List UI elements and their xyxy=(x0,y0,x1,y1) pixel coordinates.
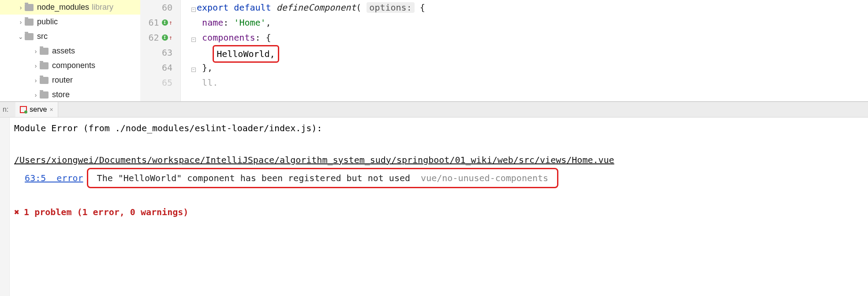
fold-icon[interactable]: − xyxy=(191,68,196,72)
inlay-hint: options: xyxy=(367,2,414,13)
vcs-marker-icon: I↑ xyxy=(162,30,172,45)
folder-icon xyxy=(25,4,34,11)
console-output[interactable]: Module Error (from ./node_modules/eslint… xyxy=(10,118,868,296)
error-highlight: HelloWorld, xyxy=(213,45,279,63)
code-editor[interactable]: 60 61 I↑ 62 I↑ 63 64 65 −export default … xyxy=(140,0,868,101)
console-file-link[interactable]: /Users/xiongwei/Documents/workspace/Inte… xyxy=(14,152,864,168)
gutter-line[interactable]: 62 I↑ xyxy=(140,30,180,45)
code-line[interactable]: − components: { xyxy=(181,30,868,45)
error-x-icon: ✖ xyxy=(14,207,19,217)
tree-item-label: src xyxy=(37,32,48,41)
fold-icon[interactable]: − xyxy=(191,38,196,42)
tree-item-label: router xyxy=(52,76,73,85)
code-line[interactable]: − }, xyxy=(181,60,868,75)
console-line xyxy=(14,136,864,152)
run-label: n: xyxy=(3,106,8,114)
gutter-line[interactable]: 61 I↑ xyxy=(140,15,180,30)
code-line[interactable]: −export default defineComponent( options… xyxy=(181,0,868,15)
project-tree[interactable]: › node_modules library › public ⌄ src › … xyxy=(0,0,140,101)
console-summary: ✖1 problem (1 error, 0 warnings) xyxy=(14,204,864,220)
tree-item-label: store xyxy=(52,90,70,99)
gutter-line[interactable]: 64 xyxy=(140,60,180,75)
folder-icon xyxy=(25,33,34,40)
tree-item-label: public xyxy=(37,17,58,27)
tree-item-label: assets xyxy=(52,46,75,56)
vcs-marker-icon: I↑ xyxy=(162,15,172,30)
chevron-right-icon: › xyxy=(17,4,25,11)
tree-item-src[interactable]: ⌄ src xyxy=(0,29,140,44)
chevron-right-icon: › xyxy=(32,91,40,99)
code-line[interactable]: name: 'Home', xyxy=(181,15,868,30)
folder-icon xyxy=(40,77,49,84)
editor-gutter[interactable]: 60 61 I↑ 62 I↑ 63 64 65 xyxy=(140,0,181,101)
tree-item-node-modules[interactable]: › node_modules library xyxy=(0,0,140,15)
run-tab-serve[interactable]: serve × xyxy=(15,102,58,117)
run-console[interactable]: Module Error (from ./node_modules/eslint… xyxy=(0,118,868,296)
code-line[interactable]: HelloWorld, xyxy=(181,45,868,60)
chevron-right-icon: › xyxy=(32,77,40,84)
tree-item-hint: library xyxy=(92,3,113,12)
folder-icon xyxy=(25,19,34,26)
console-error-line[interactable]: 63:5 error The "HelloWorld" component ha… xyxy=(14,168,864,188)
console-line xyxy=(14,188,864,204)
gutter-line[interactable]: 60 xyxy=(140,0,180,15)
gutter-line[interactable]: 63 xyxy=(140,45,180,60)
tree-item-label: components xyxy=(52,61,95,70)
tree-item-label: node_modules xyxy=(37,3,89,12)
run-tab-label: serve xyxy=(30,106,47,114)
folder-icon xyxy=(40,48,49,55)
folder-icon xyxy=(40,62,49,69)
tree-item-components[interactable]: › components xyxy=(0,58,140,73)
tree-item-router[interactable]: › router xyxy=(0,73,140,87)
error-location-link[interactable]: 63:5 error xyxy=(25,173,83,183)
chevron-right-icon: › xyxy=(17,19,25,26)
tree-item-store[interactable]: › store xyxy=(0,87,140,101)
error-highlight-box: The "HelloWorld" component has been regi… xyxy=(87,168,559,188)
chevron-right-icon: › xyxy=(32,48,40,55)
console-line: Module Error (from ./node_modules/eslint… xyxy=(14,120,864,136)
folder-icon xyxy=(40,91,49,99)
console-gutter xyxy=(0,118,10,296)
run-tool-tabbar: n: serve × xyxy=(0,102,868,118)
tree-item-public[interactable]: › public xyxy=(0,15,140,29)
gutter-line[interactable]: 65 xyxy=(140,75,180,90)
tree-item-assets[interactable]: › assets xyxy=(0,44,140,58)
close-icon[interactable]: × xyxy=(49,106,53,113)
fold-icon[interactable]: − xyxy=(191,8,196,12)
code-area[interactable]: −export default defineComponent( options… xyxy=(181,0,868,101)
npm-run-icon xyxy=(20,106,27,113)
chevron-right-icon: › xyxy=(32,62,40,69)
code-line[interactable]: ll. xyxy=(181,75,868,90)
chevron-down-icon: ⌄ xyxy=(17,33,25,40)
